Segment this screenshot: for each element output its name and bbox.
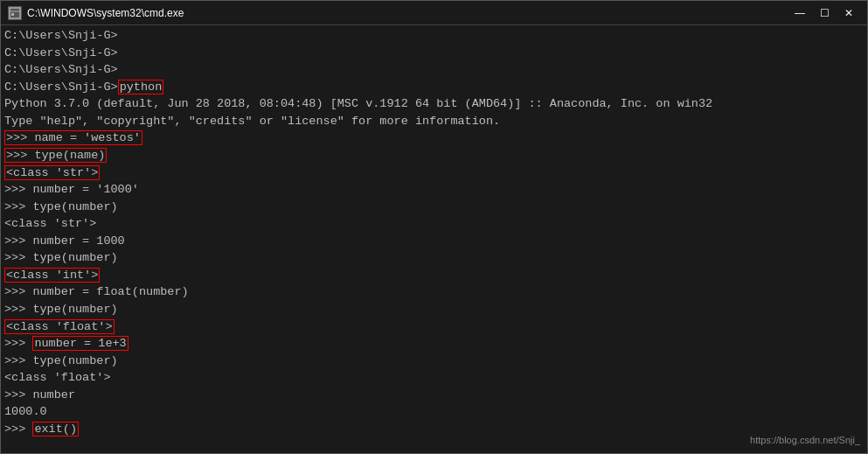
maximize-button[interactable]: ☐ xyxy=(813,4,836,22)
terminal-line: <class 'int'> xyxy=(4,267,864,284)
terminal-line: C:\Users\Snji-G> xyxy=(4,61,864,79)
terminal-line: >>> name = 'westos' xyxy=(4,129,864,147)
terminal-line: C:\Users\Snji-G>python xyxy=(4,79,864,96)
watermark: https://blog.csdn.net/Snji_ xyxy=(750,434,860,448)
window-controls: — ☐ ✕ xyxy=(788,4,860,22)
highlight-class-int: <class 'int'> xyxy=(4,268,100,283)
highlight-name-assign: >>> name = 'westos' xyxy=(4,130,142,145)
terminal-line: <class 'float'> xyxy=(4,318,864,336)
svg-rect-0 xyxy=(10,8,20,18)
cmd-window: C:\WINDOWS\system32\cmd.exe — ☐ ✕ C:\Use… xyxy=(0,0,868,454)
terminal-line: >>> type(number) xyxy=(4,199,864,216)
terminal-line: C:\Users\Snji-G> xyxy=(4,45,864,62)
terminal-body[interactable]: C:\Users\Snji-G> C:\Users\Snji-G> C:\Use… xyxy=(1,25,867,453)
terminal-line xyxy=(4,438,864,454)
terminal-line: Type "help", "copyright", "credits" or "… xyxy=(4,113,864,130)
highlight-1e3: number = 1e+3 xyxy=(32,336,128,351)
highlight-exit: exit() xyxy=(32,422,79,437)
terminal-line: >>> number = 1e+3 xyxy=(4,335,864,353)
highlight-python: python xyxy=(118,80,164,94)
highlight-type-name: >>> type(name) xyxy=(4,148,107,163)
terminal-line: <class 'float'> xyxy=(4,369,864,387)
terminal-line: <class 'str'> xyxy=(4,164,864,182)
terminal-line: >>> type(number) xyxy=(4,301,864,318)
minimize-button[interactable]: — xyxy=(788,4,811,22)
terminal-line: >>> exit() xyxy=(4,421,864,438)
highlight-class-float: <class 'float'> xyxy=(4,319,115,334)
terminal-line: >>> number = 1000 xyxy=(4,233,864,250)
terminal-line: >>> type(number) xyxy=(4,353,864,370)
terminal-line: >>> number = '1000' xyxy=(4,181,864,199)
window-icon xyxy=(8,6,22,20)
terminal-line: >>> number xyxy=(4,387,864,404)
terminal-line: <class 'str'> xyxy=(4,215,864,233)
terminal-line: >>> type(number) xyxy=(4,249,864,267)
close-button[interactable]: ✕ xyxy=(837,4,860,22)
terminal-line: C:\Users\Snji-G> xyxy=(4,27,864,45)
terminal-line: >>> number = float(number) xyxy=(4,283,864,301)
terminal-line: >>> type(name) xyxy=(4,147,864,164)
terminal-line: Python 3.7.0 (default, Jun 28 2018, 08:0… xyxy=(4,95,864,113)
title-bar: C:\WINDOWS\system32\cmd.exe — ☐ ✕ xyxy=(1,1,867,25)
terminal-line: 1000.0 xyxy=(4,403,864,421)
window-title: C:\WINDOWS\system32\cmd.exe xyxy=(27,7,788,19)
highlight-class-str: <class 'str'> xyxy=(4,165,100,180)
svg-rect-2 xyxy=(11,13,14,16)
